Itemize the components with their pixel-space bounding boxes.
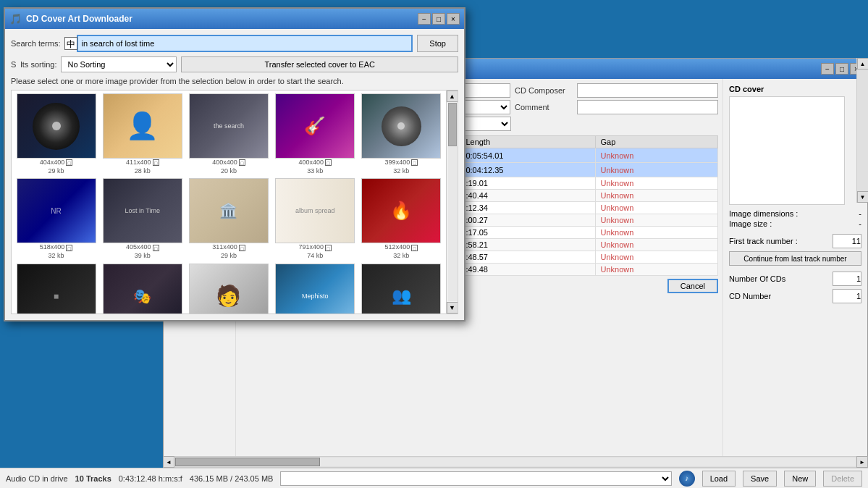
image-cell-1[interactable]: 404x400 □ 29 kb bbox=[14, 93, 98, 175]
image-meta-2: 411x400 □ 28 kb bbox=[126, 159, 159, 175]
continue-last-track-btn[interactable]: Continue from last track number bbox=[729, 251, 861, 266]
tracks-scrollbar-right[interactable]: ▲ ▼ bbox=[856, 58, 868, 203]
scroll-thumb[interactable] bbox=[448, 103, 457, 146]
cancel-btn[interactable]: Cancel bbox=[667, 279, 718, 293]
tracks-scroll-down[interactable]: ▼ bbox=[857, 191, 869, 203]
cd-cover-label: CD cover bbox=[729, 85, 861, 93]
image-meta-7: 405x400 □ 39 kb bbox=[126, 243, 159, 260]
eac-maximize-btn[interactable]: □ bbox=[835, 63, 848, 75]
image-thumb-6: NR bbox=[17, 178, 96, 243]
image-cell-14[interactable]: Mephisto bbox=[274, 264, 357, 314]
image-thumb-1 bbox=[17, 93, 96, 159]
image-cell-3[interactable]: the search 400x400 □ 20 kb bbox=[187, 93, 270, 175]
statusbar: Audio CD in drive 10 Tracks 0:43:12.48 h… bbox=[0, 468, 868, 488]
tracks-scroll-up[interactable]: ▲ bbox=[857, 58, 869, 70]
num-cds-row: Number Of CDs bbox=[729, 272, 861, 286]
cd-cover-section: CD cover Image dimensions : - Image size… bbox=[729, 85, 861, 228]
statusbar-dropdown[interactable] bbox=[280, 471, 671, 486]
num-cds-input[interactable] bbox=[833, 272, 861, 286]
popup-title-area: 🎵 CD Cover Art Downloader bbox=[9, 13, 132, 25]
cd-number-label: CD Number bbox=[729, 292, 771, 300]
sorting-row: S lts sorting: No Sorting By Size By Nam… bbox=[11, 56, 458, 72]
image-meta-3: 400x400 □ 20 kb bbox=[212, 159, 245, 175]
image-meta-8: 311x400 □ 29 kb bbox=[212, 243, 245, 260]
statusbar-drive: Audio CD in drive bbox=[6, 474, 68, 483]
image-cell-10[interactable]: 🔥 512x400 □ 32 kb bbox=[360, 178, 443, 260]
image-cell-5[interactable]: 399x400 □ 32 kb bbox=[360, 93, 443, 175]
scrollbar-right[interactable]: ▲ ▼ bbox=[446, 91, 458, 314]
eac-minimize-btn[interactable]: − bbox=[821, 63, 834, 75]
statusbar-tracks: 10 Tracks bbox=[75, 474, 111, 483]
horizontal-scrollbar[interactable]: ◄ ► bbox=[163, 456, 868, 468]
comment-label: Comment bbox=[515, 103, 573, 112]
image-cell-7[interactable]: Lost in Time 405x400 □ 39 kb bbox=[101, 178, 184, 260]
col-length: Length bbox=[461, 136, 596, 148]
cd-number-row: CD Number bbox=[729, 289, 861, 303]
scroll-up-btn[interactable]: ▲ bbox=[447, 91, 458, 102]
image-thumb-10: 🔥 bbox=[361, 178, 441, 243]
sorting-label: lts sorting: bbox=[20, 60, 56, 69]
image-meta-10: 512x400 □ 32 kb bbox=[385, 243, 418, 260]
statusbar-icon: ♪ bbox=[679, 471, 695, 487]
image-cell-13[interactable]: 🧑 bbox=[187, 264, 270, 314]
search-input[interactable] bbox=[77, 35, 413, 52]
cd-cover-box bbox=[729, 96, 845, 205]
image-meta-4: 400x400 □ 33 kb bbox=[298, 159, 332, 175]
popup-titlebar: 🎵 CD Cover Art Downloader − □ × bbox=[5, 9, 464, 29]
popup-minimize-btn[interactable]: − bbox=[418, 13, 431, 25]
num-cds-label: Number Of CDs bbox=[729, 274, 785, 283]
chinese-char-badge: 中 bbox=[64, 37, 77, 50]
provider-msg: Please select one or more image provider… bbox=[11, 77, 458, 85]
scroll-right-btn[interactable]: ► bbox=[856, 456, 868, 468]
statusbar-save-btn[interactable]: Save bbox=[743, 471, 777, 487]
image-thumb-2: 👤 bbox=[103, 93, 182, 159]
image-thumb-4: 🎸 bbox=[275, 93, 355, 159]
image-cell-8[interactable]: 🏛️ 311x400 □ 29 kb bbox=[187, 178, 270, 260]
scrollbar-x-thumb[interactable] bbox=[175, 458, 320, 466]
popup-title-text: CD Cover Art Downloader bbox=[26, 14, 132, 24]
image-thumb-14: Mephisto bbox=[275, 264, 355, 314]
image-cell-12[interactable]: 🎭 bbox=[101, 264, 184, 314]
scroll-down-btn[interactable]: ▼ bbox=[447, 302, 458, 314]
first-track-label: First track number : bbox=[729, 237, 798, 245]
transfer-btn[interactable]: Transfer selected cover to EAC bbox=[181, 56, 458, 72]
stop-btn[interactable]: Stop bbox=[417, 35, 458, 52]
image-thumb-9: album spread bbox=[275, 178, 355, 243]
first-track-row: First track number : bbox=[729, 234, 861, 248]
first-track-input[interactable] bbox=[833, 234, 861, 248]
image-cell-4[interactable]: 🎸 400x400 □ 33 kb bbox=[274, 93, 357, 175]
image-size-label: Image size : bbox=[729, 219, 772, 228]
scroll-track bbox=[448, 103, 457, 301]
statusbar-new-btn[interactable]: New bbox=[784, 471, 816, 487]
sorting-select[interactable]: No Sorting By Size By Name bbox=[61, 56, 177, 72]
image-thumb-15: 👥 bbox=[361, 264, 441, 314]
sorting-prefix: S bbox=[11, 60, 16, 69]
search-label: Search terms: bbox=[11, 39, 60, 48]
image-meta-6: 518x400 □ 32 kb bbox=[40, 243, 73, 260]
image-cell-11[interactable]: ◼ □ bbox=[14, 264, 98, 314]
image-thumb-5 bbox=[361, 93, 441, 159]
cd-number-input[interactable] bbox=[833, 289, 861, 303]
cd-composer-label: CD Composer bbox=[515, 86, 573, 95]
statusbar-duration: 0:43:12.48 h:m:s:f bbox=[119, 474, 182, 483]
popup-maximize-btn[interactable]: □ bbox=[432, 13, 445, 25]
search-input-container: 中 bbox=[64, 35, 413, 52]
col-gap: Gap bbox=[596, 136, 718, 148]
image-thumb-12: 🎭 bbox=[103, 264, 182, 314]
image-cell-9[interactable]: album spread 791x400 □ 74 kb bbox=[274, 178, 357, 260]
cd-downloader-popup: 🎵 CD Cover Art Downloader − □ × Search t… bbox=[4, 7, 465, 321]
popup-close-btn[interactable]: × bbox=[447, 13, 460, 25]
image-cell-2[interactable]: 👤 411x400 □ 28 kb bbox=[101, 93, 184, 175]
image-dimensions-label: Image dimensions : bbox=[729, 209, 798, 218]
image-cell-15[interactable]: 👥 bbox=[360, 264, 443, 314]
image-meta-1: 404x400 □ 29 kb bbox=[40, 159, 73, 175]
image-cell-6[interactable]: NR 518x400 □ 32 kb bbox=[14, 178, 98, 260]
scroll-left-btn[interactable]: ◄ bbox=[163, 456, 174, 468]
image-size-value: - bbox=[859, 219, 861, 228]
statusbar-load-btn[interactable]: Load bbox=[702, 471, 736, 487]
statusbar-delete-btn[interactable]: Delete bbox=[823, 471, 862, 487]
comment-input[interactable] bbox=[577, 100, 718, 114]
image-thumb-13: 🧑 bbox=[189, 264, 269, 314]
popup-titlebar-controls: − □ × bbox=[418, 13, 460, 25]
cd-composer-input[interactable] bbox=[577, 83, 718, 98]
